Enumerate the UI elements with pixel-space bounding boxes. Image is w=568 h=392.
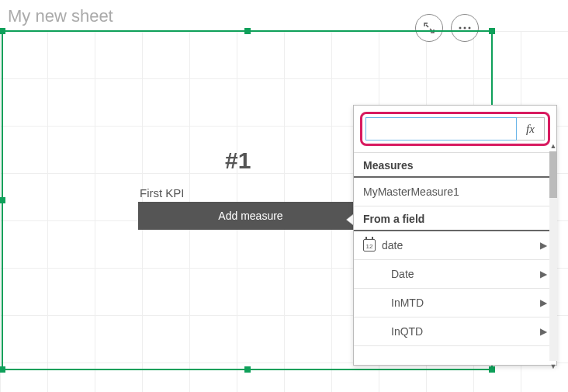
search-row-highlight: fx [360,112,550,146]
chevron-right-icon: ▶ [540,269,547,279]
panel-scrollbar[interactable]: ▲ ▼ [549,151,557,361]
search-input[interactable] [365,117,517,140]
measure-item[interactable]: MyMasterMeasure1 [354,178,556,206]
measure-item-label: MyMasterMeasure1 [363,186,547,198]
add-measure-button[interactable]: Add measure [138,202,363,230]
field-item-label: InQTD [391,325,540,338]
field-item-label: InMTD [391,297,540,309]
kpi-title[interactable]: First KPI [140,186,185,199]
scrollbar-up-arrow[interactable]: ▲ [549,142,557,150]
chevron-right-icon: ▶ [540,326,547,337]
field-item-label: Date [391,268,540,280]
resize-handle-s[interactable] [244,366,251,373]
measure-picker-list[interactable]: Measures MyMasterMeasure1 From a field 1… [354,152,556,365]
svg-point-2 [469,27,471,29]
svg-point-0 [459,27,462,29]
resize-handle-sw[interactable] [0,366,5,373]
sheet-title[interactable]: My new sheet [8,6,113,26]
measures-section-header: Measures [354,153,556,178]
expression-editor-button[interactable]: fx [517,117,545,140]
chevron-right-icon: ▶ [540,240,547,251]
resize-handle-n[interactable] [244,28,251,34]
resize-handle-ne[interactable] [489,28,495,34]
field-item-date[interactable]: 12 date ▶ [354,231,556,260]
field-item-label: date [382,239,540,252]
field-item-date-sub[interactable]: Date ▶ [354,260,556,289]
scrollbar-thumb[interactable] [549,151,557,198]
from-field-section-header: From a field [354,206,556,231]
field-item-inmtd[interactable]: InMTD ▶ [354,289,556,317]
resize-handle-w[interactable] [0,197,5,203]
resize-handle-se[interactable] [489,366,495,373]
resize-handle-nw[interactable] [0,28,5,34]
more-icon [459,26,471,29]
kpi-value: #1 [225,147,251,174]
measure-picker-panel: fx Measures MyMasterMeasure1 From a fiel… [353,105,557,366]
scrollbar-down-arrow[interactable]: ▼ [549,363,557,370]
calendar-icon: 12 [363,239,376,252]
field-item-inqtd[interactable]: InQTD ▶ [354,317,556,346]
svg-point-1 [464,27,466,29]
chevron-right-icon: ▶ [540,297,547,308]
